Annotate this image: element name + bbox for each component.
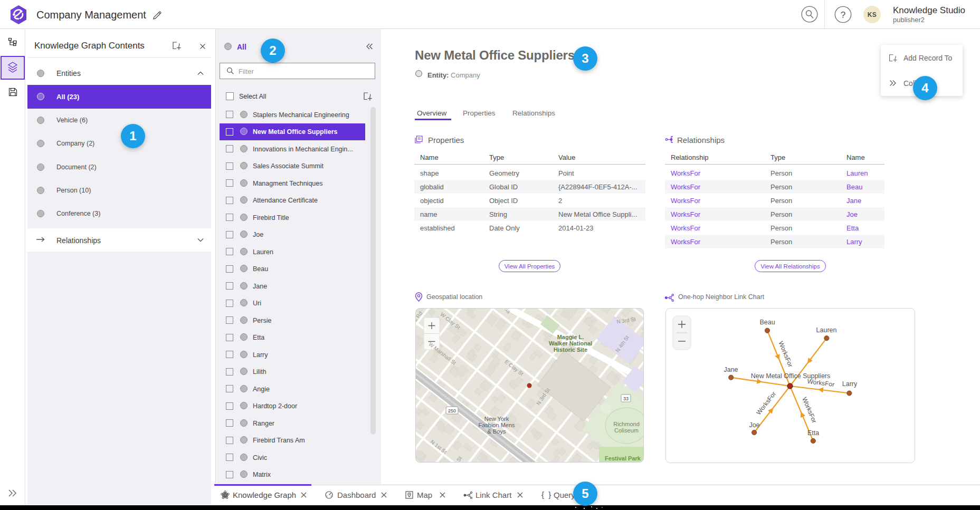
svg-text:Jane: Jane (724, 366, 738, 373)
svg-text:Joe: Joe (749, 421, 759, 429)
svg-text:Richmond: Richmond (613, 421, 640, 427)
svg-text:& Boys: & Boys (488, 428, 506, 435)
svg-text:250: 250 (448, 408, 456, 413)
svg-text:?: ? (841, 10, 845, 20)
svg-text:Historic Site: Historic Site (554, 347, 587, 353)
svg-text:Walker National: Walker National (549, 340, 592, 347)
svg-text:Fashion Mens: Fashion Mens (478, 422, 515, 428)
svg-text:Lauren: Lauren (816, 326, 837, 334)
svg-text:New York: New York (484, 416, 509, 422)
svg-text:Festival Park: Festival Park (605, 455, 641, 461)
svg-text:33: 33 (623, 396, 629, 401)
svg-text:Larry: Larry (842, 380, 858, 388)
svg-text:Beau: Beau (759, 319, 775, 326)
svg-text:Etta: Etta (807, 429, 819, 437)
svg-text:Maggie L.: Maggie L. (557, 334, 584, 340)
svg-text:Coliseum: Coliseum (614, 427, 639, 434)
